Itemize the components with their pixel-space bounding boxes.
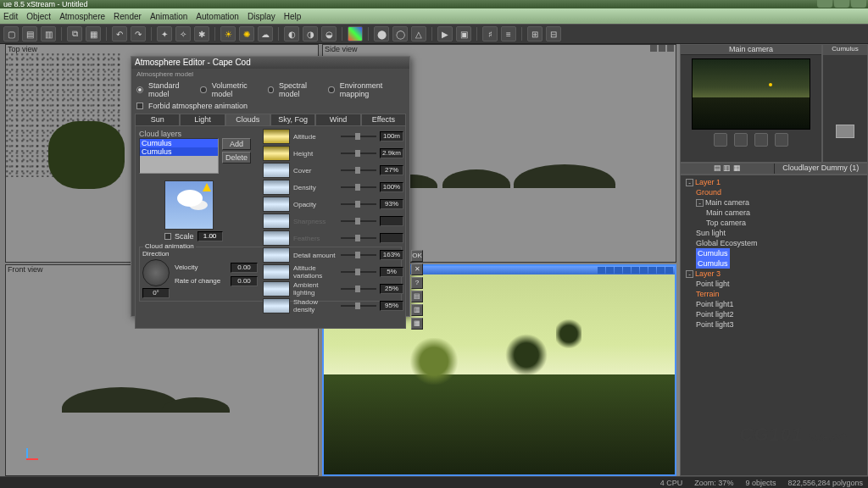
orbit-icon[interactable] bbox=[714, 133, 727, 147]
tab-wind[interactable]: Wind bbox=[315, 114, 360, 125]
cloud-thumb-icon[interactable] bbox=[263, 230, 290, 246]
tree-node[interactable]: Cumulus bbox=[684, 258, 864, 269]
tool-icon[interactable]: ▦ bbox=[411, 318, 423, 330]
menu-render[interactable]: Render bbox=[114, 12, 142, 21]
expand-icon[interactable]: - bbox=[696, 199, 704, 207]
paste-icon[interactable]: ▦ bbox=[86, 26, 101, 42]
list-item[interactable]: Cumulus bbox=[140, 139, 218, 147]
tool-icon[interactable]: ◐ bbox=[284, 26, 299, 42]
tool-icon[interactable]: ◒ bbox=[321, 26, 337, 42]
direction-field[interactable]: 0° bbox=[142, 288, 170, 298]
undo-icon[interactable]: ↶ bbox=[112, 26, 127, 42]
minimize-button[interactable] bbox=[817, 0, 832, 8]
slider-track[interactable] bbox=[341, 203, 376, 205]
velocity-field[interactable]: 0.00 bbox=[231, 263, 258, 273]
radio-standard[interactable] bbox=[136, 86, 143, 93]
slider-track[interactable] bbox=[341, 220, 376, 222]
slider-track[interactable] bbox=[341, 186, 376, 188]
delete-button[interactable]: Delete bbox=[222, 152, 251, 164]
tree-node[interactable]: Global Ecosystem bbox=[684, 238, 864, 248]
tree-node[interactable]: -Layer 3 bbox=[684, 269, 864, 279]
reset-icon[interactable] bbox=[775, 133, 788, 147]
tree-node[interactable]: Point light1 bbox=[684, 299, 864, 309]
slider-track[interactable] bbox=[341, 254, 376, 256]
slider-value[interactable]: 95% bbox=[380, 301, 403, 311]
vp-btn[interactable] bbox=[648, 267, 656, 274]
slider-value[interactable]: 100m bbox=[380, 131, 403, 141]
add-button[interactable]: Add bbox=[222, 138, 251, 150]
slider-track[interactable] bbox=[341, 152, 376, 154]
direction-dial[interactable] bbox=[142, 259, 170, 286]
slider-track[interactable] bbox=[341, 169, 376, 171]
slider-value[interactable]: 163% bbox=[380, 250, 403, 260]
cloud-thumb-icon[interactable] bbox=[263, 180, 290, 195]
slider-value[interactable]: 27% bbox=[380, 165, 403, 175]
help-icon[interactable]: ? bbox=[411, 277, 423, 289]
tab-clouds[interactable]: Clouds bbox=[225, 114, 270, 125]
slider-value[interactable]: 100% bbox=[380, 182, 403, 192]
open-icon[interactable]: ▤ bbox=[22, 26, 37, 42]
layer-bar-left[interactable]: ▤ ▥ ▦ bbox=[681, 164, 774, 174]
maximize-button[interactable] bbox=[834, 0, 849, 8]
vp-btn[interactable] bbox=[632, 267, 639, 274]
forbid-checkbox[interactable] bbox=[136, 103, 143, 109]
slider-value[interactable] bbox=[380, 233, 403, 243]
tree-node[interactable]: Point light3 bbox=[684, 319, 864, 330]
menu-atmosphere[interactable]: Atmosphere bbox=[59, 12, 105, 21]
cloud-thumb-icon[interactable] bbox=[263, 146, 290, 161]
tool-icon[interactable]: ◑ bbox=[303, 26, 318, 42]
list-item[interactable]: Cumulus bbox=[140, 147, 218, 156]
slider-track[interactable] bbox=[341, 305, 376, 307]
slider-track[interactable] bbox=[341, 288, 376, 290]
cloud-thumb-icon[interactable] bbox=[263, 129, 290, 144]
tool-icon[interactable]: ▥ bbox=[411, 304, 423, 316]
dialog-title[interactable]: Atmosphere Editor - Cape Cod bbox=[131, 57, 409, 69]
slider-value[interactable]: 2.9km bbox=[380, 148, 403, 158]
tool-icon[interactable]: ▤ bbox=[411, 291, 423, 302]
color-icon[interactable] bbox=[348, 26, 363, 42]
scale-checkbox[interactable] bbox=[164, 233, 171, 240]
expand-icon[interactable]: - bbox=[686, 270, 693, 278]
tab-sun[interactable]: Sun bbox=[135, 114, 180, 125]
slider-value[interactable]: 5% bbox=[380, 267, 403, 277]
tool-icon[interactable]: ✦ bbox=[157, 26, 172, 42]
cloud-thumb-icon[interactable] bbox=[263, 264, 290, 280]
light-icon[interactable]: ✺ bbox=[239, 26, 254, 42]
slider-track[interactable] bbox=[341, 237, 376, 239]
tree-node[interactable]: Point light bbox=[684, 279, 864, 289]
tree-node[interactable]: -Layer 1 bbox=[684, 177, 864, 187]
menu-animation[interactable]: Animation bbox=[150, 12, 187, 21]
rate-field[interactable]: 0.00 bbox=[231, 276, 258, 286]
cloud-layers-list[interactable]: Cumulus Cumulus bbox=[139, 138, 219, 174]
menu-object[interactable]: Object bbox=[26, 12, 51, 21]
expand-icon[interactable]: - bbox=[686, 179, 693, 186]
save-icon[interactable]: ▥ bbox=[41, 26, 56, 42]
cloud-thumb-icon[interactable] bbox=[263, 163, 290, 178]
tool-icon[interactable]: ✱ bbox=[194, 26, 209, 42]
ok-button[interactable]: OK bbox=[411, 250, 423, 262]
menu-automation[interactable]: Automation bbox=[196, 12, 239, 21]
tree-node[interactable]: Ground bbox=[684, 187, 864, 197]
slider-value[interactable] bbox=[380, 216, 403, 226]
camera-thumbnail[interactable] bbox=[692, 58, 810, 130]
cloud-thumb-icon[interactable] bbox=[263, 214, 290, 229]
cloud-thumb-icon[interactable] bbox=[263, 281, 290, 297]
menu-display[interactable]: Display bbox=[248, 12, 275, 21]
radio-volumetric[interactable] bbox=[200, 86, 206, 93]
new-icon[interactable]: ▢ bbox=[3, 26, 19, 42]
radio-env-map[interactable] bbox=[328, 86, 334, 93]
pan-icon[interactable] bbox=[734, 133, 748, 147]
tree-node[interactable]: Terrain bbox=[684, 289, 864, 299]
vp-btn[interactable] bbox=[598, 267, 605, 274]
vp-btn[interactable] bbox=[640, 267, 648, 274]
vp-btn[interactable] bbox=[623, 267, 631, 274]
vp-btn[interactable] bbox=[606, 267, 614, 274]
scale-field[interactable]: 1.00 bbox=[198, 231, 223, 241]
tool-icon[interactable]: △ bbox=[411, 26, 426, 42]
render-icon[interactable]: ▶ bbox=[437, 26, 453, 42]
tree-node[interactable]: Main camera bbox=[684, 208, 864, 218]
cloud-thumb-icon[interactable] bbox=[263, 247, 290, 263]
layer-bar-right[interactable]: Cloudlayer Dummy (1) bbox=[774, 164, 868, 174]
radio-spectral[interactable] bbox=[268, 86, 274, 93]
redo-icon[interactable]: ↷ bbox=[131, 26, 146, 42]
